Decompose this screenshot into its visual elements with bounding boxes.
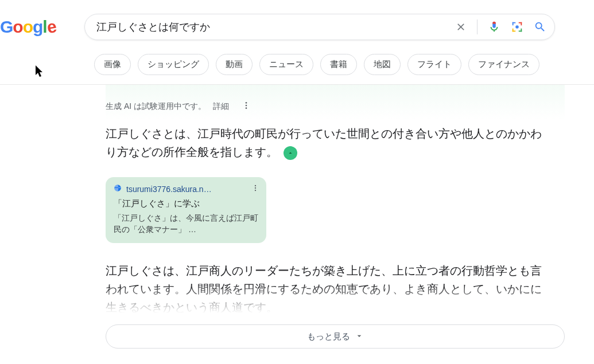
svg-rect-3 bbox=[521, 22, 522, 26]
svg-point-9 bbox=[246, 102, 247, 104]
more-menu-icon[interactable] bbox=[242, 101, 251, 112]
svg-point-14 bbox=[255, 187, 256, 189]
citation-snippet: 「江戸しぐさ」は、今風に言えば江戸町民の「公衆マナー」 … bbox=[114, 213, 258, 235]
search-input[interactable] bbox=[96, 21, 455, 33]
ai-summary-text: 江戸しぐさとは、江戸時代の町民が行っていた世間との付き合い方や他人とのかかわり方… bbox=[106, 124, 548, 161]
chip-maps[interactable]: 地図 bbox=[364, 54, 401, 75]
chevron-down-icon bbox=[355, 331, 364, 342]
svg-rect-1 bbox=[513, 22, 514, 26]
chip-shopping[interactable]: ショッピング bbox=[138, 54, 209, 75]
search-bar bbox=[84, 14, 555, 40]
citation-domain: tsurumi3776.sakura.n… bbox=[126, 185, 212, 194]
chip-videos[interactable]: 動画 bbox=[216, 54, 253, 75]
show-more-label: もっと見る bbox=[307, 331, 350, 342]
show-more-button[interactable]: もっと見る bbox=[106, 324, 565, 349]
citation-menu-icon[interactable] bbox=[251, 184, 259, 194]
ai-learn-more-link[interactable]: 詳細 bbox=[213, 101, 229, 112]
lens-icon[interactable] bbox=[511, 21, 523, 33]
svg-point-15 bbox=[255, 190, 256, 191]
collapse-icon[interactable] bbox=[284, 146, 297, 160]
ai-overview: 生成 AI は試験運用中です。 詳細 江戸しぐさとは、江戸時代の町民が行っていた… bbox=[106, 85, 565, 349]
citation-card[interactable]: tsurumi3776.sakura.n… 「江戸しぐさ」に学ぶ 「江戸しぐさ」… bbox=[106, 177, 266, 243]
google-logo[interactable]: Google bbox=[0, 17, 56, 37]
chip-books[interactable]: 書籍 bbox=[320, 54, 357, 75]
ai-notice: 生成 AI は試験運用中です。 bbox=[106, 101, 206, 112]
mic-icon[interactable] bbox=[488, 21, 500, 33]
filter-chips: 画像 ショッピング 動画 ニュース 書籍 地図 フライト ファイナンス bbox=[94, 54, 594, 75]
search-icon[interactable] bbox=[534, 21, 546, 33]
chip-news[interactable]: ニュース bbox=[259, 54, 313, 75]
divider bbox=[477, 19, 477, 34]
svg-point-13 bbox=[255, 185, 256, 186]
svg-point-11 bbox=[246, 107, 247, 109]
chip-images[interactable]: 画像 bbox=[94, 54, 131, 75]
ai-paragraph-2: 江戸しぐさは、江戸商人のリーダーたちが築き上げた、上に立つ者の行動哲学とも言われ… bbox=[106, 261, 548, 316]
globe-icon bbox=[114, 184, 122, 194]
chip-finance[interactable]: ファイナンス bbox=[468, 54, 539, 75]
svg-rect-7 bbox=[521, 29, 522, 32]
chip-flights[interactable]: フライト bbox=[407, 54, 461, 75]
svg-rect-5 bbox=[513, 29, 514, 32]
cursor-icon bbox=[36, 65, 45, 81]
clear-icon[interactable] bbox=[455, 21, 467, 33]
svg-point-10 bbox=[246, 105, 247, 107]
citation-title: 「江戸しぐさ」に学ぶ bbox=[114, 198, 258, 209]
svg-point-8 bbox=[516, 25, 519, 29]
